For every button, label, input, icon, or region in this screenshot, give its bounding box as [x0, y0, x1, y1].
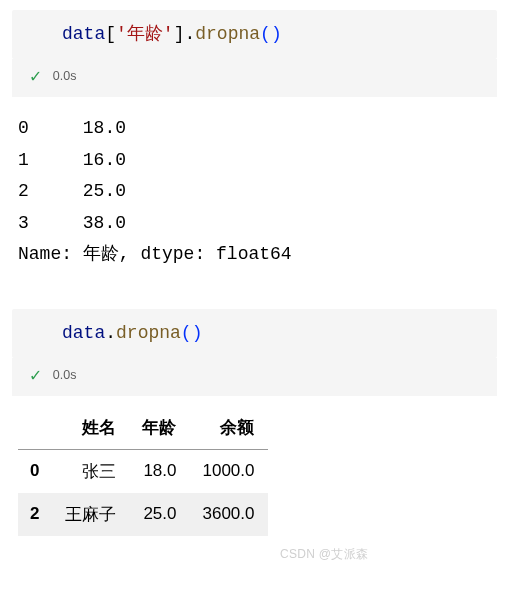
- check-icon: ✓: [30, 364, 41, 386]
- cell-gap: [12, 285, 497, 309]
- code-cell-2: data.dropna() ✓ 0.0s: [12, 309, 497, 396]
- table-row: 2 王麻子 25.0 3600.0: [18, 493, 268, 536]
- status-bar-1: ✓ 0.0s: [12, 59, 497, 97]
- code-token-paren-open: (: [181, 323, 192, 343]
- table-header-row: 姓名 年龄 余额: [18, 406, 268, 450]
- table-cell: 3600.0: [190, 493, 268, 536]
- dataframe-table: 姓名 年龄 余额 0 张三 18.0 1000.0 2 王麻子 25.0 360…: [18, 406, 268, 536]
- code-token-string: '年龄': [116, 24, 174, 44]
- table-index-cell: 2: [18, 493, 53, 536]
- code-token-bracket-close: ]: [174, 24, 185, 44]
- code-input-2[interactable]: data.dropna(): [12, 309, 497, 358]
- output-table-2: 姓名 年龄 余额 0 张三 18.0 1000.0 2 王麻子 25.0 360…: [12, 404, 497, 536]
- exec-time: 0.0s: [53, 69, 77, 83]
- table-cell: 张三: [53, 449, 130, 493]
- code-token-paren-close: ): [192, 323, 203, 343]
- table-index-header: [18, 406, 53, 450]
- check-icon: ✓: [30, 65, 41, 87]
- exec-time: 0.0s: [53, 368, 77, 382]
- code-cell-1: data['年龄'].dropna() ✓ 0.0s: [12, 10, 497, 97]
- code-token-dot: .: [105, 323, 116, 343]
- table-col-header: 余额: [190, 406, 268, 450]
- code-token-obj: data: [62, 323, 105, 343]
- code-token-method: dropna: [195, 24, 260, 44]
- code-token-paren-close: ): [271, 24, 282, 44]
- table-cell: 25.0: [130, 493, 190, 536]
- code-token-dot: .: [184, 24, 195, 44]
- output-text-1: 0 18.0 1 16.0 2 25.0 3 38.0 Name: 年龄, dt…: [12, 105, 497, 285]
- code-token-obj: data: [62, 24, 105, 44]
- table-col-header: 姓名: [53, 406, 130, 450]
- code-input-1[interactable]: data['年龄'].dropna(): [12, 10, 497, 59]
- code-token-paren-open: (: [260, 24, 271, 44]
- table-cell: 王麻子: [53, 493, 130, 536]
- table-index-cell: 0: [18, 449, 53, 493]
- table-col-header: 年龄: [130, 406, 190, 450]
- table-row: 0 张三 18.0 1000.0: [18, 449, 268, 493]
- code-token-bracket-open: [: [105, 24, 116, 44]
- code-token-method: dropna: [116, 323, 181, 343]
- status-bar-2: ✓ 0.0s: [12, 358, 497, 396]
- table-cell: 18.0: [130, 449, 190, 493]
- table-cell: 1000.0: [190, 449, 268, 493]
